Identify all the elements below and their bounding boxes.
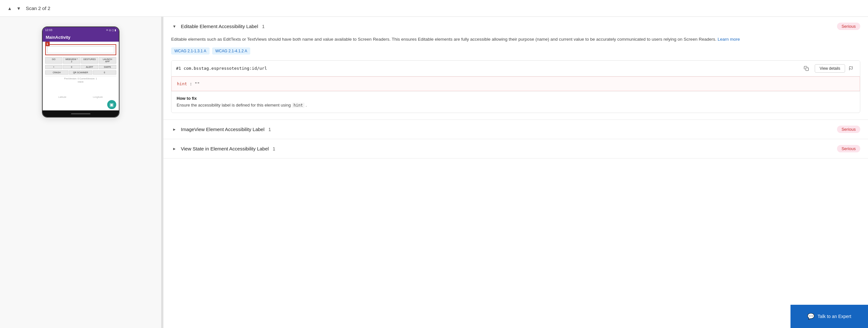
phone-intent-label: Intent <box>45 81 116 83</box>
phone-gestures-btn[interactable]: GESTURES <box>81 57 98 64</box>
how-to-fix-section: How to fix Ensure the accessibility labe… <box>172 91 860 113</box>
nav-up-button[interactable]: ▲ <box>5 4 14 13</box>
button-row-1: GO WEBVIEW * 2 GESTURES LAUNCH APP <box>45 57 116 64</box>
main-content: 12:03 ☀ ◎ ◻ ▮ MainActivity 1 <box>0 17 868 328</box>
chat-icon: 💬 <box>807 313 814 320</box>
phone-zero2-btn: 0 <box>93 70 116 74</box>
phone-coords: Latitude Longitude <box>45 96 116 98</box>
flag-icon-button[interactable] <box>846 64 856 73</box>
chevron-down-icon: ▼ <box>171 23 178 30</box>
phone-divider <box>45 76 116 76</box>
talk-to-expert-button[interactable]: 💬 Talk to an Expert <box>790 305 868 328</box>
phone-go-btn[interactable]: GO <box>45 57 63 64</box>
how-to-fix-text: Ensure the accessibility label is define… <box>177 102 855 108</box>
code-block: hint : "" <box>172 76 860 91</box>
section-view-state: ► View State in Element Accessibility La… <box>163 139 868 159</box>
phone-status-icons: ☀ ◎ ◻ ▮ <box>106 29 116 32</box>
phone-webview-btn[interactable]: WEBVIEW * 2 <box>63 57 81 64</box>
severity-badge-imageview: Serious <box>837 126 860 133</box>
copy-icon-button[interactable] <box>802 64 811 73</box>
phone-crash-btn[interactable]: CRASH <box>45 70 68 74</box>
left-panel: 12:03 ☀ ◎ ◻ ▮ MainActivity 1 <box>0 17 161 328</box>
phone-title-bar: MainActivity <box>42 33 119 42</box>
highlight-number: 1 <box>45 42 50 46</box>
button-row-3: CRASH QR SCANNER 0 <box>45 70 116 74</box>
issue-id: #1 com.bsstag.espressotesting:id/url <box>176 66 800 71</box>
section-editable-element: ▼ Editable Element Accessibility Label 1… <box>163 17 868 120</box>
accordion-header-viewstate[interactable]: ► View State in Element Accessibility La… <box>163 139 868 158</box>
phone-plus-btn[interactable]: + <box>45 65 63 69</box>
phone-version-info: PrevVersion: 0 CurrentVersion: 1 <box>45 77 116 80</box>
accordion-header-imageview[interactable]: ► ImageView Element Accessibility Label … <box>163 120 868 139</box>
fab-button[interactable]: ▣ <box>107 100 116 109</box>
accordion-header-editable[interactable]: ▼ Editable Element Accessibility Label 1… <box>163 17 868 36</box>
section-title-viewstate: View State in Element Accessibility Labe… <box>181 146 837 152</box>
phone-zero-btn: 0 <box>63 65 81 69</box>
chevron-right-icon-2: ► <box>171 145 178 152</box>
section-title-imageview: ImageView Element Accessibility Label 1 <box>181 127 837 132</box>
wcag-tag-0[interactable]: WCAG 2.1-1.3.1 A <box>171 47 210 55</box>
severity-badge-viewstate: Serious <box>837 145 860 152</box>
right-panel: ▼ Editable Element Accessibility Label 1… <box>163 17 868 328</box>
severity-badge-editable: Serious <box>837 23 860 30</box>
phone-alert-btn[interactable]: ALERT <box>81 65 98 69</box>
accordion-content-editable: Editable elements such as EditTexts or T… <box>163 36 868 120</box>
button-row-2: + 0 ALERT SWIPE <box>45 65 116 69</box>
phone-mockup: 12:03 ☀ ◎ ◻ ▮ MainActivity 1 <box>42 27 120 118</box>
issue-card-header: #1 com.bsstag.espressotesting:id/url Vie… <box>172 61 860 76</box>
fab-icon: ▣ <box>110 102 114 107</box>
learn-more-link[interactable]: Learn more <box>717 37 740 42</box>
url-input-mock <box>47 46 114 53</box>
app-title: MainActivity <box>46 35 71 40</box>
phone-status-bar: 12:03 ☀ ◎ ◻ ▮ <box>42 27 119 33</box>
description-text-editable: Editable elements such as EditTexts or T… <box>171 36 860 43</box>
wcag-tag-1[interactable]: WCAG 2.1-4.1.2 A <box>212 47 251 55</box>
latitude-label: Latitude <box>58 96 66 98</box>
longitude-label: Longitude <box>93 96 103 98</box>
section-imageview-element: ► ImageView Element Accessibility Label … <box>163 120 868 139</box>
expert-btn-label: Talk to an Expert <box>817 314 851 319</box>
phone-time: 12:03 <box>45 28 53 32</box>
scan-label: Scan 2 of 2 <box>26 5 51 11</box>
issue-card: #1 com.bsstag.espressotesting:id/url Vie… <box>171 60 860 113</box>
top-nav: ▲ ▼ Scan 2 of 2 <box>0 0 868 17</box>
phone-qr-btn[interactable]: QR SCANNER <box>69 70 92 74</box>
svg-rect-0 <box>806 68 809 71</box>
chevron-right-icon: ► <box>171 126 178 133</box>
wcag-tags: WCAG 2.1-1.3.1 A WCAG 2.1-4.1.2 A <box>171 47 860 55</box>
phone-launch-btn[interactable]: LAUNCH APP <box>99 57 116 64</box>
phone-bottom-bar <box>42 110 119 117</box>
phone-swipe-btn[interactable]: SWIPE <box>99 65 116 69</box>
section-title-editable: Editable Element Accessibility Label 1 <box>181 24 837 29</box>
highlighted-element: 1 <box>45 44 116 55</box>
phone-body: 1 GO WEBVIEW * 2 GESTURES LAUNCH APP + 0 <box>42 42 119 117</box>
phone-bottom-indicator <box>71 113 90 114</box>
code-inline-hint: hint <box>292 103 305 108</box>
view-details-button[interactable]: View details <box>815 64 845 73</box>
nav-down-button[interactable]: ▼ <box>14 4 23 13</box>
how-to-fix-title: How to fix <box>177 96 855 101</box>
